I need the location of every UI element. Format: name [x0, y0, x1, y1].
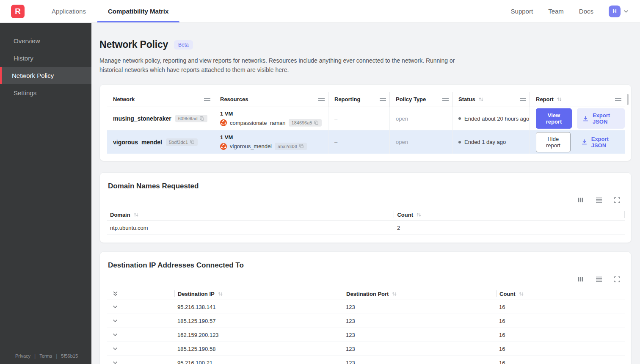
- tab-applications[interactable]: Applications: [41, 0, 97, 22]
- column-label: Policy Type: [396, 96, 426, 102]
- fullscreen-icon[interactable]: [614, 197, 621, 204]
- ips-table: Destination IP Destination Port Count: [107, 288, 625, 364]
- vm-count: 1 VM: [220, 110, 233, 117]
- domain-row[interactable]: ntp.ubuntu.com 2: [107, 221, 625, 235]
- network-row-vigorous-mendel[interactable]: vigorous_mendel 5bdf3dc1 1 VM vig: [107, 130, 625, 154]
- fullscreen-icon[interactable]: [614, 276, 621, 283]
- expand-row-icon[interactable]: [112, 360, 118, 364]
- copy-icon[interactable]: [200, 116, 204, 121]
- column-resize-handle[interactable]: [442, 98, 449, 101]
- ip-row[interactable]: 162.159.200.123 123 16: [107, 328, 625, 342]
- network-name: vigorous_mendel: [113, 139, 162, 146]
- column-resize-handle[interactable]: [204, 98, 210, 101]
- column-label: Destination IP: [178, 291, 215, 297]
- page-title: Network Policy: [99, 39, 168, 50]
- ip-row[interactable]: 185.125.190.57 123 16: [107, 314, 625, 328]
- copy-icon[interactable]: [314, 121, 319, 125]
- columns-icon[interactable]: [577, 196, 584, 204]
- network-row-musing-stonebraker[interactable]: musing_stonebraker 60959fad 1 VM: [107, 107, 625, 130]
- network-name: musing_stonebraker: [113, 115, 171, 122]
- column-label: Resources: [220, 96, 248, 102]
- card-toolbar: [107, 196, 621, 204]
- ip-row[interactable]: 95.216.138.141 123 16: [107, 300, 625, 314]
- sort-icon[interactable]: [392, 291, 397, 297]
- column-header-status[interactable]: Status: [452, 92, 530, 107]
- expand-row-icon[interactable]: [112, 318, 118, 324]
- sort-icon[interactable]: [519, 291, 524, 297]
- hide-report-button[interactable]: Hide report: [536, 132, 571, 152]
- column-header-report[interactable]: Report: [530, 92, 625, 107]
- vm-name: compassionate_raman: [230, 120, 286, 126]
- user-menu[interactable]: H: [609, 6, 629, 17]
- export-json-button[interactable]: Export JSON: [576, 132, 625, 152]
- networks-table: Network Resources Reporting Policy Type …: [107, 92, 625, 154]
- sort-icon[interactable]: [478, 97, 484, 102]
- expand-all-icon[interactable]: [112, 290, 119, 297]
- column-label: Report: [536, 96, 554, 102]
- sort-icon[interactable]: [133, 212, 139, 218]
- destination-ip-value: 95.216.138.141: [174, 304, 343, 310]
- sort-icon[interactable]: [416, 212, 422, 218]
- column-header-domain[interactable]: Domain: [107, 211, 394, 218]
- tab-compatibility-matrix[interactable]: Compatibility Matrix: [97, 0, 179, 22]
- expand-row-icon[interactable]: [112, 332, 118, 338]
- column-header-destination-port[interactable]: Destination Port: [343, 290, 496, 297]
- sidebar-item-settings[interactable]: Settings: [0, 84, 91, 102]
- topbar-right: Support Team Docs H: [511, 6, 640, 17]
- privacy-link[interactable]: Privacy: [15, 353, 30, 358]
- sidebar-item-overview[interactable]: Overview: [0, 32, 91, 50]
- sort-icon[interactable]: [557, 97, 562, 102]
- scrollbar-thumb[interactable]: [627, 94, 629, 105]
- terms-link[interactable]: Terms: [39, 353, 52, 358]
- main-content: Network Policy Beta Manage network polic…: [91, 23, 640, 364]
- networks-table-header: Network Resources Reporting Policy Type …: [107, 92, 625, 107]
- beta-badge: Beta: [174, 40, 193, 50]
- column-header-policy-type[interactable]: Policy Type: [390, 92, 452, 107]
- row-density-icon[interactable]: [595, 196, 603, 204]
- destination-port-value: 123: [343, 304, 496, 310]
- sidebar-item-history[interactable]: History: [0, 50, 91, 67]
- column-header-network[interactable]: Network: [107, 92, 214, 107]
- column-header-resources[interactable]: Resources: [214, 92, 328, 107]
- column-header-destination-ip[interactable]: Destination IP: [174, 290, 343, 297]
- columns-icon[interactable]: [577, 276, 584, 283]
- column-label: Network: [113, 96, 135, 102]
- link-support[interactable]: Support: [511, 8, 533, 15]
- download-icon: [581, 139, 588, 145]
- ubuntu-icon: [220, 143, 227, 150]
- ip-row[interactable]: 185.125.190.58 123 16: [107, 342, 625, 356]
- ubuntu-icon: [220, 119, 227, 126]
- ip-row[interactable]: 95.216.100.21 123 16: [107, 356, 625, 364]
- app-logo[interactable]: R: [11, 5, 25, 18]
- count-value: 16: [496, 360, 625, 364]
- sort-icon[interactable]: [218, 291, 223, 297]
- copy-icon[interactable]: [190, 140, 195, 144]
- vm-count: 1 VM: [220, 134, 233, 141]
- avatar[interactable]: H: [609, 6, 621, 17]
- destination-port-value: 123: [343, 318, 496, 324]
- expand-row-icon[interactable]: [112, 304, 118, 310]
- view-report-button[interactable]: View report: [536, 108, 572, 129]
- export-json-label: Export JSON: [591, 136, 619, 149]
- topbar: R Applications Compatibility Matrix Supp…: [0, 0, 640, 23]
- count-value: 16: [496, 304, 625, 310]
- export-json-button[interactable]: Export JSON: [577, 108, 625, 129]
- count-value: 16: [496, 346, 625, 352]
- column-resize-handle[interactable]: [520, 98, 526, 101]
- link-docs[interactable]: Docs: [579, 8, 593, 15]
- sidebar-item-network-policy[interactable]: Network Policy: [0, 67, 91, 84]
- policy-type-value: open: [396, 116, 408, 122]
- column-header-count[interactable]: Count: [496, 290, 625, 297]
- column-header-count[interactable]: Count: [394, 211, 624, 218]
- page-description: Manage network policy, reporting and vie…: [99, 56, 472, 74]
- copy-icon[interactable]: [299, 144, 304, 149]
- column-resize-handle[interactable]: [380, 98, 386, 101]
- count-value: 16: [496, 332, 625, 338]
- expand-row-icon[interactable]: [112, 346, 118, 352]
- row-density-icon[interactable]: [595, 276, 603, 283]
- link-team[interactable]: Team: [548, 8, 564, 15]
- column-resize-handle[interactable]: [318, 98, 325, 101]
- column-resize-handle[interactable]: [615, 98, 621, 101]
- column-header-reporting[interactable]: Reporting: [328, 92, 390, 107]
- vm-id-pill: 184696a5: [289, 119, 322, 127]
